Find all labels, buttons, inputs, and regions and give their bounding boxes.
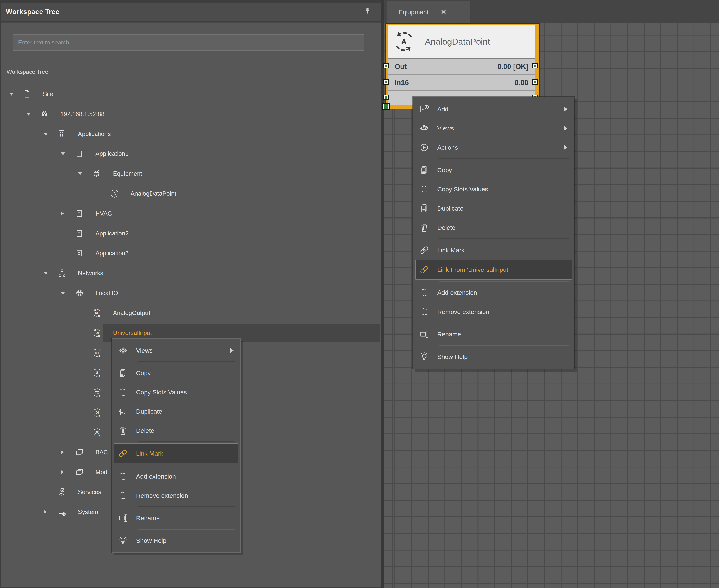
- expander-open-icon[interactable]: [61, 152, 65, 155]
- slots-icon: [419, 287, 430, 298]
- connection-handle[interactable]: [383, 103, 390, 110]
- expander-open-icon[interactable]: [9, 93, 14, 96]
- tree-item-analogoutput[interactable]: AOAnalogOutput: [1, 303, 381, 323]
- canvas-menu-item-actions[interactable]: Actions: [413, 138, 574, 157]
- connection-handle[interactable]: [384, 95, 389, 100]
- block-slot-out[interactable]: Out 0.00 [OK]: [388, 59, 535, 75]
- slot-name: In16: [395, 79, 409, 87]
- canvas-menu-item-duplicate[interactable]: Duplicate: [413, 199, 574, 218]
- tree-item-application2[interactable]: Application2: [1, 224, 381, 244]
- canvas-menu-item-views[interactable]: Views: [413, 119, 574, 138]
- menu-item-label: Link Mark: [136, 450, 163, 457]
- tree-item-application3[interactable]: Application3: [1, 243, 381, 263]
- menu-separator: [439, 322, 569, 323]
- block-header[interactable]: A AnalogDataPoint: [388, 25, 535, 59]
- menu-separator: [138, 529, 235, 530]
- apps-icon: [57, 129, 67, 139]
- tree-item-label: Site: [43, 91, 53, 98]
- expander-open-icon[interactable]: [44, 272, 48, 275]
- canvas-menu-item-remove-extension[interactable]: Remove extension: [413, 302, 574, 321]
- slot-name: Out: [395, 63, 407, 71]
- circle-DO-icon: DO: [93, 428, 102, 437]
- menu-item-label: Remove extension: [136, 492, 188, 499]
- tree-item-networks[interactable]: Networks: [1, 263, 381, 283]
- network-icon: [57, 269, 67, 278]
- tree-item-local-io[interactable]: Local IO: [1, 283, 381, 303]
- expander-closed-icon[interactable]: [61, 211, 64, 216]
- tree-item-analogdatapoint[interactable]: AAnalogDataPoint: [1, 184, 381, 204]
- canvas-menu-item-show-help[interactable]: Show Help: [413, 347, 574, 366]
- menu-separator: [439, 159, 569, 159]
- bulb-icon: [419, 351, 430, 362]
- tree-menu-item-delete[interactable]: Delete: [112, 421, 240, 440]
- tree-item-label: Mod: [96, 468, 107, 476]
- menu-item-label: Add extension: [136, 473, 176, 480]
- canvas-menu-item-add-extension[interactable]: Add extension: [413, 283, 574, 302]
- canvas-menu-item-add[interactable]: Add: [413, 100, 574, 119]
- canvas-menu-item-rename[interactable]: Rename: [413, 324, 574, 344]
- tree-menu-item-views[interactable]: Views: [112, 341, 240, 360]
- tree-item-192-168-1-52-88[interactable]: 192.168.1.52:88: [1, 104, 381, 124]
- canvas-context-menu: Add ViewsActionsCopyCopy Slots Values Du…: [413, 97, 574, 369]
- canvas-menu-item-link-from-universalinput[interactable]: Link From 'UniversalInput': [415, 260, 572, 279]
- tree-item-hvac[interactable]: HVAC: [1, 204, 381, 224]
- tree-item-label: UniversalInput: [113, 330, 152, 336]
- analog-data-point-block[interactable]: A AnalogDataPoint Out 0.00 [OK] In16 0.0…: [386, 24, 539, 109]
- menu-item-label: Link Mark: [437, 247, 465, 254]
- panel-splitter[interactable]: [381, 0, 384, 588]
- menu-item-label: Rename: [437, 331, 461, 338]
- connection-handle[interactable]: [532, 63, 538, 68]
- slots-icon: [419, 184, 430, 194]
- menu-item-label: Views: [437, 125, 454, 132]
- canvas-menu-item-copy-slots-values[interactable]: Copy Slots Values: [413, 180, 574, 199]
- tree-menu-item-copy[interactable]: Copy: [112, 363, 240, 383]
- tree-item-equipment[interactable]: Equipment: [1, 164, 381, 184]
- submenu-arrow-icon: [564, 107, 568, 111]
- appwin-icon: [75, 229, 84, 238]
- connection-handle[interactable]: [532, 79, 538, 85]
- tree-item-applications[interactable]: Applications: [1, 124, 381, 144]
- canvas-menu-item-link-mark[interactable]: Link Mark: [413, 240, 574, 260]
- search-input[interactable]: [13, 34, 364, 50]
- tree-item-site[interactable]: Site: [1, 84, 381, 104]
- rename-icon: [419, 329, 430, 340]
- panel-title: Workspace Tree: [6, 8, 59, 16]
- tree-menu-item-copy-slots-values[interactable]: Copy Slots Values: [112, 383, 240, 402]
- handle-green-dot: [385, 96, 387, 99]
- tree-menu-item-add-extension[interactable]: Add extension: [112, 467, 240, 486]
- adddoc-icon: [419, 104, 430, 114]
- expander-open-icon[interactable]: [44, 132, 48, 135]
- svg-text:TO: TO: [95, 391, 99, 394]
- tree-menu-item-duplicate[interactable]: Duplicate: [112, 402, 240, 421]
- submenu-arrow-icon: [564, 126, 568, 131]
- tab-equipment[interactable]: Equipment ✕: [388, 1, 470, 23]
- block-slot-in16[interactable]: In16 0.00: [388, 75, 535, 91]
- tree-item-label: Application3: [96, 250, 129, 257]
- tree-menu-item-rename[interactable]: Rename: [112, 508, 240, 528]
- pin-icon[interactable]: [363, 7, 372, 17]
- canvas-menu-item-delete[interactable]: Delete: [413, 218, 574, 237]
- expander-open-icon[interactable]: [61, 292, 65, 295]
- connection-handle[interactable]: [384, 63, 389, 68]
- tree-menu-item-show-help[interactable]: Show Help: [112, 531, 240, 550]
- expander-closed-icon[interactable]: [61, 450, 64, 455]
- tree-menu-item-remove-extension[interactable]: Remove extension: [112, 486, 240, 505]
- trash-icon: [118, 425, 128, 436]
- expander-closed-icon[interactable]: [61, 470, 64, 474]
- gearbolt-icon: [93, 169, 102, 178]
- tab-label: Equipment: [398, 8, 429, 16]
- tree-menu-item-link-mark[interactable]: Link Mark: [114, 443, 238, 463]
- menu-item-label: Views: [136, 347, 153, 354]
- tab-close-icon[interactable]: ✕: [441, 9, 446, 16]
- link-icon: [419, 245, 430, 255]
- menu-item-label: Add: [437, 106, 449, 113]
- handle-green-dot: [385, 65, 387, 67]
- tree-item-application1[interactable]: Application1: [1, 144, 381, 164]
- expander-open-icon[interactable]: [78, 172, 82, 175]
- menu-item-label: Copy: [136, 370, 151, 377]
- slots-icon: [118, 387, 128, 398]
- canvas-menu-item-copy[interactable]: Copy: [413, 161, 574, 180]
- expander-closed-icon[interactable]: [44, 510, 46, 514]
- connection-handle[interactable]: [384, 79, 389, 85]
- expander-open-icon[interactable]: [26, 112, 31, 115]
